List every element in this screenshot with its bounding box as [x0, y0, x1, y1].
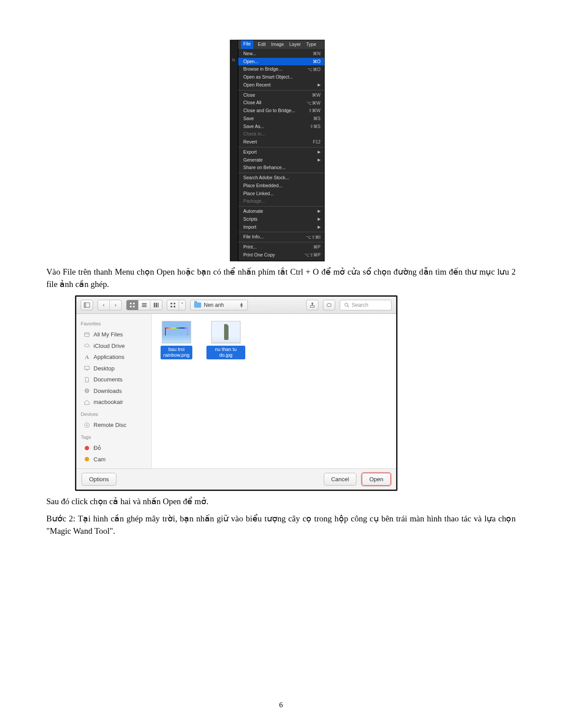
menu-item[interactable]: Close All⌥⌘W — [238, 99, 324, 107]
sidebar-item[interactable]: Desktop — [81, 363, 147, 374]
menu-item[interactable]: Close and Go to Bridge...⇧⌘W — [238, 107, 324, 115]
svg-rect-15 — [174, 306, 176, 307]
down-icon — [83, 388, 90, 394]
svg-rect-22 — [85, 366, 90, 370]
menu-item-shortcut: ⌥⇧⌘P — [304, 252, 321, 258]
toolbar-group-button[interactable]: ˅ — [167, 300, 186, 310]
svg-point-26 — [86, 424, 88, 426]
menu-item[interactable]: Scripts▶ — [238, 215, 324, 223]
menu-item-label: Browse in Bridge... — [244, 66, 282, 73]
toolbar-share-button[interactable] — [306, 300, 318, 310]
folder-path-selector[interactable]: Nen anh ▲▼ — [190, 300, 248, 310]
sidebar-item[interactable]: All My Files — [81, 329, 147, 340]
search-field[interactable]: Search — [340, 300, 392, 310]
menu-item-label: Search Adobe Stock... — [244, 174, 289, 181]
finder-toolbar: ‹ › ˅ — [76, 297, 396, 314]
menu-item[interactable]: New...⌘N — [238, 50, 324, 58]
menu-item[interactable]: Place Embedded... — [238, 182, 324, 190]
menu-item[interactable]: Export▶ — [238, 148, 324, 156]
search-icon — [344, 302, 350, 308]
svg-rect-2 — [130, 302, 132, 304]
svg-line-19 — [348, 306, 349, 307]
menu-item-label: Share on Behance... — [244, 164, 286, 171]
forward-button[interactable]: › — [110, 300, 121, 310]
file-name-label: bau troi rainbow.png — [161, 346, 192, 360]
photoshop-menubar: FileEditImageLayerType — [238, 40, 324, 49]
menubar-item-image[interactable]: Image — [270, 41, 285, 48]
svg-rect-9 — [154, 302, 155, 307]
sidebar-item-label: Cam — [94, 455, 105, 464]
menu-item[interactable]: Automate▶ — [238, 207, 324, 215]
toolbar-tags-button[interactable] — [323, 300, 335, 310]
menu-item-shortcut: ⇧⌘S — [310, 123, 321, 130]
open-button[interactable]: Open — [362, 473, 391, 486]
menu-item[interactable]: Close⌘W — [238, 91, 324, 99]
sidebar-item-label: Desktop — [94, 364, 115, 373]
toolbar-sidebar-toggle[interactable] — [81, 300, 93, 310]
menubar-item-file[interactable]: File — [241, 40, 254, 49]
menu-item[interactable]: Share on Behance... — [238, 164, 324, 172]
menu-item[interactable]: Open Recent▶ — [238, 81, 324, 89]
menu-item[interactable]: Print...⌘P — [238, 243, 324, 251]
sidebar-item[interactable]: Downloads — [81, 385, 147, 397]
paragraph-1: Vào File trên thanh Menu chọn Open hoặc … — [46, 266, 516, 291]
view-list-button[interactable] — [139, 300, 150, 310]
menu-item[interactable]: Search Adobe Stock... — [238, 174, 324, 182]
paragraph-2: Sau đó click chọn cả hai và nhấn Open để… — [46, 495, 516, 508]
back-button[interactable]: ‹ — [98, 300, 110, 310]
menubar-item-type[interactable]: Type — [305, 41, 317, 48]
sidebar-item[interactable]: iCloud Drive — [81, 340, 147, 352]
sidebar-toggle-icon — [81, 300, 93, 310]
svg-rect-13 — [174, 302, 176, 304]
menu-item[interactable]: Save As...⇧⌘S — [238, 123, 324, 131]
menubar-item-edit[interactable]: Edit — [257, 41, 266, 48]
svg-rect-14 — [171, 306, 172, 307]
svg-rect-17 — [327, 303, 331, 306]
folder-icon — [194, 302, 201, 308]
options-button[interactable]: Options — [82, 473, 116, 486]
submenu-arrow-icon: ▶ — [318, 224, 321, 230]
menu-item[interactable]: Open...⌘O — [238, 58, 324, 66]
svg-rect-8 — [142, 306, 147, 307]
sidebar-tag-item[interactable]: Cam — [81, 454, 147, 465]
toolbar-nav-buttons[interactable]: ‹ › — [97, 300, 122, 310]
all-icon — [83, 332, 90, 338]
menu-item[interactable]: Save⌘S — [238, 115, 324, 123]
menu-item[interactable]: Place Linked... — [238, 190, 324, 198]
menu-item-label: Print... — [244, 244, 257, 251]
sidebar-item[interactable]: AApplications — [81, 351, 147, 363]
menu-item[interactable]: Import▶ — [238, 223, 324, 231]
view-icons-button[interactable] — [127, 300, 139, 310]
search-placeholder: Search — [352, 301, 368, 309]
submenu-arrow-icon: ▶ — [318, 149, 321, 155]
svg-rect-5 — [133, 306, 135, 307]
menu-item[interactable]: Print One Copy⌥⇧⌘P — [238, 251, 324, 259]
svg-point-18 — [345, 303, 348, 306]
file-item[interactable]: nu than tu do.jpg — [206, 321, 245, 360]
sidebar-head-tags: Tags — [81, 434, 147, 441]
view-columns-button[interactable] — [150, 300, 162, 310]
cancel-button[interactable]: Cancel — [324, 473, 356, 486]
menu-item[interactable]: Open as Smart Object... — [238, 73, 324, 81]
menu-item-label: Save — [244, 115, 254, 122]
file-thumbnail — [211, 321, 240, 343]
sidebar-tag-item[interactable]: Đỏ — [81, 442, 147, 454]
menu-item[interactable]: Browse in Bridge...⌥⌘O — [238, 65, 324, 73]
sidebar-item[interactable]: Remote Disc — [81, 419, 147, 431]
menu-item-label: Import — [244, 224, 257, 231]
menu-item-label: Generate — [244, 157, 263, 164]
menu-item[interactable]: RevertF12 — [238, 138, 324, 146]
menu-item-shortcut: ⌘W — [312, 92, 320, 98]
submenu-arrow-icon: ▶ — [318, 208, 321, 215]
toolbar-view-buttons[interactable] — [126, 300, 162, 310]
menu-item[interactable]: Generate▶ — [238, 156, 324, 164]
file-item[interactable]: bau troi rainbow.png — [157, 321, 196, 360]
sidebar-tag-item[interactable]: Vàng — [81, 465, 147, 468]
menu-item-shortcut: ⌘N — [313, 50, 320, 57]
sidebar-item[interactable]: macbookair — [81, 396, 147, 408]
menu-item-label: Print One Copy — [244, 252, 275, 259]
menu-item[interactable]: File Info...⌥⇧⌘I — [238, 233, 324, 241]
finder-file-area[interactable]: bau troi rainbow.pngnu than tu do.jpg — [152, 314, 396, 468]
sidebar-item[interactable]: Documents — [81, 374, 147, 385]
menubar-item-layer[interactable]: Layer — [288, 41, 302, 48]
